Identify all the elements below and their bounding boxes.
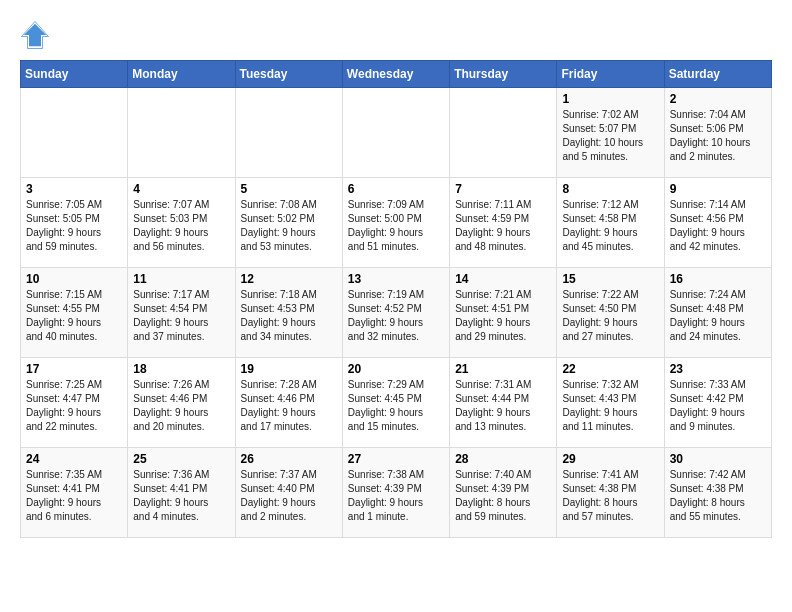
calendar-day-cell: 23Sunrise: 7:33 AM Sunset: 4:42 PM Dayli… (664, 358, 771, 448)
calendar-day-cell: 29Sunrise: 7:41 AM Sunset: 4:38 PM Dayli… (557, 448, 664, 538)
day-number: 13 (348, 272, 444, 286)
calendar-day-cell (21, 88, 128, 178)
day-info: Sunrise: 7:37 AM Sunset: 4:40 PM Dayligh… (241, 468, 337, 524)
calendar-day-cell: 18Sunrise: 7:26 AM Sunset: 4:46 PM Dayli… (128, 358, 235, 448)
day-info: Sunrise: 7:21 AM Sunset: 4:51 PM Dayligh… (455, 288, 551, 344)
day-info: Sunrise: 7:11 AM Sunset: 4:59 PM Dayligh… (455, 198, 551, 254)
day-number: 9 (670, 182, 766, 196)
day-number: 1 (562, 92, 658, 106)
calendar-day-cell: 15Sunrise: 7:22 AM Sunset: 4:50 PM Dayli… (557, 268, 664, 358)
day-number: 7 (455, 182, 551, 196)
calendar-day-cell: 14Sunrise: 7:21 AM Sunset: 4:51 PM Dayli… (450, 268, 557, 358)
day-info: Sunrise: 7:28 AM Sunset: 4:46 PM Dayligh… (241, 378, 337, 434)
day-number: 21 (455, 362, 551, 376)
weekday-header-thursday: Thursday (450, 61, 557, 88)
calendar-day-cell: 17Sunrise: 7:25 AM Sunset: 4:47 PM Dayli… (21, 358, 128, 448)
calendar-day-cell: 24Sunrise: 7:35 AM Sunset: 4:41 PM Dayli… (21, 448, 128, 538)
calendar-day-cell: 7Sunrise: 7:11 AM Sunset: 4:59 PM Daylig… (450, 178, 557, 268)
day-number: 8 (562, 182, 658, 196)
weekday-header-saturday: Saturday (664, 61, 771, 88)
calendar-day-cell: 30Sunrise: 7:42 AM Sunset: 4:38 PM Dayli… (664, 448, 771, 538)
day-info: Sunrise: 7:33 AM Sunset: 4:42 PM Dayligh… (670, 378, 766, 434)
calendar-day-cell: 6Sunrise: 7:09 AM Sunset: 5:00 PM Daylig… (342, 178, 449, 268)
day-info: Sunrise: 7:31 AM Sunset: 4:44 PM Dayligh… (455, 378, 551, 434)
day-number: 4 (133, 182, 229, 196)
day-number: 23 (670, 362, 766, 376)
calendar-day-cell: 21Sunrise: 7:31 AM Sunset: 4:44 PM Dayli… (450, 358, 557, 448)
day-number: 22 (562, 362, 658, 376)
day-info: Sunrise: 7:29 AM Sunset: 4:45 PM Dayligh… (348, 378, 444, 434)
day-number: 25 (133, 452, 229, 466)
day-number: 17 (26, 362, 122, 376)
day-info: Sunrise: 7:42 AM Sunset: 4:38 PM Dayligh… (670, 468, 766, 524)
weekday-header-sunday: Sunday (21, 61, 128, 88)
calendar-day-cell (235, 88, 342, 178)
day-info: Sunrise: 7:25 AM Sunset: 4:47 PM Dayligh… (26, 378, 122, 434)
day-info: Sunrise: 7:02 AM Sunset: 5:07 PM Dayligh… (562, 108, 658, 164)
day-number: 26 (241, 452, 337, 466)
day-info: Sunrise: 7:14 AM Sunset: 4:56 PM Dayligh… (670, 198, 766, 254)
calendar-week-row: 1Sunrise: 7:02 AM Sunset: 5:07 PM Daylig… (21, 88, 772, 178)
day-number: 10 (26, 272, 122, 286)
calendar-day-cell: 25Sunrise: 7:36 AM Sunset: 4:41 PM Dayli… (128, 448, 235, 538)
calendar-week-row: 3Sunrise: 7:05 AM Sunset: 5:05 PM Daylig… (21, 178, 772, 268)
day-number: 28 (455, 452, 551, 466)
day-number: 2 (670, 92, 766, 106)
calendar-day-cell: 10Sunrise: 7:15 AM Sunset: 4:55 PM Dayli… (21, 268, 128, 358)
weekday-header-row: SundayMondayTuesdayWednesdayThursdayFrid… (21, 61, 772, 88)
calendar-week-row: 24Sunrise: 7:35 AM Sunset: 4:41 PM Dayli… (21, 448, 772, 538)
day-number: 15 (562, 272, 658, 286)
calendar-table: SundayMondayTuesdayWednesdayThursdayFrid… (20, 60, 772, 538)
day-info: Sunrise: 7:04 AM Sunset: 5:06 PM Dayligh… (670, 108, 766, 164)
weekday-header-friday: Friday (557, 61, 664, 88)
day-info: Sunrise: 7:08 AM Sunset: 5:02 PM Dayligh… (241, 198, 337, 254)
day-info: Sunrise: 7:19 AM Sunset: 4:52 PM Dayligh… (348, 288, 444, 344)
day-number: 20 (348, 362, 444, 376)
day-info: Sunrise: 7:17 AM Sunset: 4:54 PM Dayligh… (133, 288, 229, 344)
day-number: 3 (26, 182, 122, 196)
calendar-day-cell (450, 88, 557, 178)
day-info: Sunrise: 7:22 AM Sunset: 4:50 PM Dayligh… (562, 288, 658, 344)
day-info: Sunrise: 7:07 AM Sunset: 5:03 PM Dayligh… (133, 198, 229, 254)
day-number: 14 (455, 272, 551, 286)
calendar-day-cell: 12Sunrise: 7:18 AM Sunset: 4:53 PM Dayli… (235, 268, 342, 358)
logo-icon (20, 20, 50, 50)
day-number: 11 (133, 272, 229, 286)
day-number: 6 (348, 182, 444, 196)
calendar-day-cell: 9Sunrise: 7:14 AM Sunset: 4:56 PM Daylig… (664, 178, 771, 268)
calendar-day-cell (342, 88, 449, 178)
day-number: 5 (241, 182, 337, 196)
weekday-header-monday: Monday (128, 61, 235, 88)
day-number: 29 (562, 452, 658, 466)
day-info: Sunrise: 7:05 AM Sunset: 5:05 PM Dayligh… (26, 198, 122, 254)
weekday-header-wednesday: Wednesday (342, 61, 449, 88)
day-info: Sunrise: 7:41 AM Sunset: 4:38 PM Dayligh… (562, 468, 658, 524)
day-info: Sunrise: 7:35 AM Sunset: 4:41 PM Dayligh… (26, 468, 122, 524)
day-info: Sunrise: 7:38 AM Sunset: 4:39 PM Dayligh… (348, 468, 444, 524)
calendar-day-cell: 1Sunrise: 7:02 AM Sunset: 5:07 PM Daylig… (557, 88, 664, 178)
calendar-day-cell: 8Sunrise: 7:12 AM Sunset: 4:58 PM Daylig… (557, 178, 664, 268)
day-number: 18 (133, 362, 229, 376)
day-info: Sunrise: 7:18 AM Sunset: 4:53 PM Dayligh… (241, 288, 337, 344)
calendar-day-cell: 26Sunrise: 7:37 AM Sunset: 4:40 PM Dayli… (235, 448, 342, 538)
weekday-header-tuesday: Tuesday (235, 61, 342, 88)
day-info: Sunrise: 7:40 AM Sunset: 4:39 PM Dayligh… (455, 468, 551, 524)
calendar-day-cell: 3Sunrise: 7:05 AM Sunset: 5:05 PM Daylig… (21, 178, 128, 268)
day-info: Sunrise: 7:09 AM Sunset: 5:00 PM Dayligh… (348, 198, 444, 254)
calendar-day-cell: 27Sunrise: 7:38 AM Sunset: 4:39 PM Dayli… (342, 448, 449, 538)
calendar-day-cell: 2Sunrise: 7:04 AM Sunset: 5:06 PM Daylig… (664, 88, 771, 178)
calendar-day-cell: 20Sunrise: 7:29 AM Sunset: 4:45 PM Dayli… (342, 358, 449, 448)
day-info: Sunrise: 7:26 AM Sunset: 4:46 PM Dayligh… (133, 378, 229, 434)
day-number: 27 (348, 452, 444, 466)
day-info: Sunrise: 7:24 AM Sunset: 4:48 PM Dayligh… (670, 288, 766, 344)
day-number: 12 (241, 272, 337, 286)
calendar-day-cell: 16Sunrise: 7:24 AM Sunset: 4:48 PM Dayli… (664, 268, 771, 358)
calendar-day-cell: 19Sunrise: 7:28 AM Sunset: 4:46 PM Dayli… (235, 358, 342, 448)
calendar-day-cell: 28Sunrise: 7:40 AM Sunset: 4:39 PM Dayli… (450, 448, 557, 538)
day-number: 19 (241, 362, 337, 376)
calendar-day-cell: 4Sunrise: 7:07 AM Sunset: 5:03 PM Daylig… (128, 178, 235, 268)
calendar-day-cell: 5Sunrise: 7:08 AM Sunset: 5:02 PM Daylig… (235, 178, 342, 268)
calendar-day-cell: 11Sunrise: 7:17 AM Sunset: 4:54 PM Dayli… (128, 268, 235, 358)
calendar-day-cell: 22Sunrise: 7:32 AM Sunset: 4:43 PM Dayli… (557, 358, 664, 448)
day-info: Sunrise: 7:15 AM Sunset: 4:55 PM Dayligh… (26, 288, 122, 344)
